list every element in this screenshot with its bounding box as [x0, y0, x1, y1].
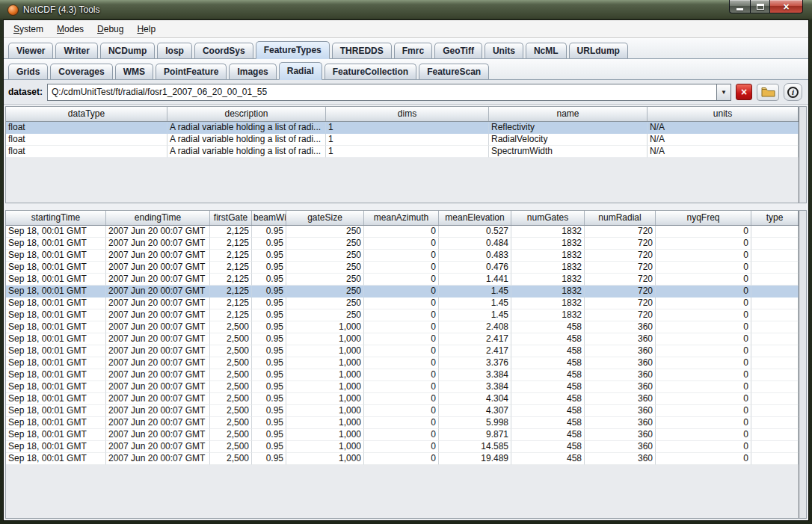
- column-header-endingtime[interactable]: endingTime: [106, 211, 210, 225]
- table-row[interactable]: Sep 18, 00:01 GMT2007 Jun 20 00:07 GMT2,…: [6, 357, 799, 369]
- maximize-button[interactable]: [750, 0, 770, 13]
- table-row[interactable]: Sep 18, 00:01 GMT2007 Jun 20 00:07 GMT2,…: [6, 417, 799, 429]
- dropdown-arrow-icon[interactable]: ▼: [716, 84, 731, 100]
- titlebar[interactable]: NetCDF (4.3) Tools ×: [3, 0, 809, 19]
- table-row[interactable]: Sep 18, 00:01 GMT2007 Jun 20 00:07 GMT2,…: [6, 393, 799, 405]
- column-header-numradial[interactable]: numRadial: [585, 211, 656, 225]
- table-row[interactable]: Sep 18, 00:01 GMT2007 Jun 20 00:07 GMT2,…: [6, 405, 799, 417]
- column-header-numgates[interactable]: numGates: [511, 211, 585, 225]
- tab-viewer[interactable]: Viewer: [8, 43, 53, 58]
- tab-radial[interactable]: Radial: [279, 62, 322, 80]
- column-header-beamwi[interactable]: beamWi...: [252, 211, 286, 225]
- table-cell: 2007 Jun 20 00:07 GMT: [106, 250, 210, 262]
- column-header-name[interactable]: name: [489, 107, 648, 121]
- table-cell: float: [6, 122, 167, 134]
- clear-dataset-button[interactable]: ×: [736, 84, 752, 100]
- table-row[interactable]: Sep 18, 00:01 GMT2007 Jun 20 00:07 GMT2,…: [6, 262, 799, 274]
- table-cell: [751, 238, 799, 250]
- table-cell: 0: [656, 381, 751, 393]
- column-header-startingtime[interactable]: startingTime: [6, 211, 106, 225]
- table-cell: SpectrumWidth: [489, 146, 648, 158]
- variables-panel: dataTypedescriptiondimsnameunitsfloatA r…: [5, 106, 807, 203]
- table-cell: 2,500: [210, 321, 252, 333]
- table-cell: Sep 18, 00:01 GMT: [6, 369, 106, 381]
- tab-images[interactable]: Images: [229, 64, 276, 79]
- tab-coordsys[interactable]: CoordSys: [194, 43, 253, 58]
- column-header-units[interactable]: units: [648, 107, 799, 121]
- table-cell: 1.45: [439, 309, 511, 321]
- split-divider[interactable]: [4, 203, 808, 209]
- tab-writer[interactable]: Writer: [55, 43, 97, 58]
- table-row[interactable]: Sep 18, 00:01 GMT2007 Jun 20 00:07 GMT2,…: [6, 453, 799, 465]
- tab-fmrc[interactable]: Fmrc: [394, 43, 432, 58]
- table-row[interactable]: Sep 18, 00:01 GMT2007 Jun 20 00:07 GMT2,…: [6, 369, 799, 381]
- sweeps-scrollbar[interactable]: [799, 211, 806, 518]
- dataset-label: dataset:: [8, 87, 43, 97]
- tab-coverages[interactable]: Coverages: [50, 64, 112, 79]
- tab-pointfeature[interactable]: PointFeature: [156, 64, 227, 79]
- tab-geotiff[interactable]: GeoTiff: [434, 43, 482, 58]
- table-row[interactable]: Sep 18, 00:01 GMT2007 Jun 20 00:07 GMT2,…: [6, 238, 799, 250]
- dataset-value[interactable]: Q:/cdmUnitTest/ft/radial/fosr1_2007_06_2…: [48, 87, 716, 97]
- column-header-gatesize[interactable]: gateSize: [286, 211, 364, 225]
- table-row[interactable]: floatA radial variable holding a list of…: [6, 134, 799, 146]
- table-row[interactable]: Sep 18, 00:01 GMT2007 Jun 20 00:07 GMT2,…: [6, 429, 799, 441]
- table-row[interactable]: floatA radial variable holding a list of…: [6, 146, 799, 158]
- column-header-description[interactable]: description: [167, 107, 326, 121]
- table-row[interactable]: Sep 18, 00:01 GMT2007 Jun 20 00:07 GMT2,…: [6, 226, 799, 238]
- table-cell: 0: [364, 369, 439, 381]
- tab-ncml[interactable]: NcML: [526, 43, 567, 58]
- table-row[interactable]: Sep 18, 00:01 GMT2007 Jun 20 00:07 GMT2,…: [6, 441, 799, 453]
- table-row[interactable]: Sep 18, 00:01 GMT2007 Jun 20 00:07 GMT2,…: [6, 345, 799, 357]
- table-cell: 0.95: [252, 369, 286, 381]
- menu-system[interactable]: System: [7, 22, 50, 37]
- table-cell: 4.307: [439, 405, 511, 417]
- table-cell: 14.585: [439, 441, 511, 453]
- table-row[interactable]: Sep 18, 00:01 GMT2007 Jun 20 00:07 GMT2,…: [6, 250, 799, 262]
- column-header-datatype[interactable]: dataType: [6, 107, 167, 121]
- tab-urldump[interactable]: URLdump: [569, 43, 628, 58]
- tab-featurescan[interactable]: FeatureScan: [419, 64, 489, 79]
- table-cell: 458: [511, 345, 585, 357]
- menu-modes[interactable]: Modes: [50, 22, 90, 37]
- table-cell: 0: [656, 369, 751, 381]
- table-cell: [751, 309, 799, 321]
- tab-ncdump[interactable]: NCDump: [100, 43, 155, 58]
- table-cell: 360: [585, 453, 656, 465]
- open-file-button[interactable]: [757, 84, 779, 101]
- menu-debug[interactable]: Debug: [90, 22, 130, 37]
- table-cell: Sep 18, 00:01 GMT: [6, 405, 106, 417]
- tab-wms[interactable]: WMS: [115, 64, 153, 79]
- dataset-combobox[interactable]: Q:/cdmUnitTest/ft/radial/fosr1_2007_06_2…: [47, 84, 731, 101]
- variables-scrollbar[interactable]: [799, 107, 806, 203]
- column-header-meanelevation[interactable]: meanElevation: [439, 211, 511, 225]
- table-row[interactable]: Sep 18, 00:01 GMT2007 Jun 20 00:07 GMT2,…: [6, 321, 799, 333]
- table-row[interactable]: Sep 18, 00:01 GMT2007 Jun 20 00:07 GMT2,…: [6, 286, 799, 298]
- tab-featurecollection[interactable]: FeatureCollection: [325, 64, 416, 79]
- table-cell: 0: [364, 226, 439, 238]
- table-cell: 250: [286, 262, 364, 274]
- table-row[interactable]: Sep 18, 00:01 GMT2007 Jun 20 00:07 GMT2,…: [6, 381, 799, 393]
- table-cell: 0.95: [252, 333, 286, 345]
- column-header-firstgate[interactable]: firstGate: [210, 211, 252, 225]
- tab-iosp[interactable]: Iosp: [157, 43, 192, 58]
- table-cell: 1,000: [286, 429, 364, 441]
- tab-units[interactable]: Units: [485, 43, 523, 58]
- tab-grids[interactable]: Grids: [8, 64, 48, 79]
- info-button[interactable]: i: [784, 83, 802, 101]
- column-header-dims[interactable]: dims: [326, 107, 489, 121]
- table-row[interactable]: floatA radial variable holding a list of…: [6, 122, 799, 134]
- table-row[interactable]: Sep 18, 00:01 GMT2007 Jun 20 00:07 GMT2,…: [6, 298, 799, 309]
- info-icon: i: [787, 87, 799, 98]
- table-row[interactable]: Sep 18, 00:01 GMT2007 Jun 20 00:07 GMT2,…: [6, 333, 799, 345]
- column-header-nyqfreq[interactable]: nyqFreq: [656, 211, 751, 225]
- column-header-meanazimuth[interactable]: meanAzimuth: [364, 211, 439, 225]
- tab-featuretypes[interactable]: FeatureTypes: [256, 41, 330, 59]
- close-button[interactable]: ×: [770, 0, 803, 13]
- tab-thredds[interactable]: THREDDS: [332, 43, 392, 58]
- table-row[interactable]: Sep 18, 00:01 GMT2007 Jun 20 00:07 GMT2,…: [6, 274, 799, 286]
- menu-help[interactable]: Help: [130, 22, 162, 37]
- minimize-button[interactable]: [729, 0, 750, 13]
- column-header-type[interactable]: type: [751, 211, 799, 225]
- table-row[interactable]: Sep 18, 00:01 GMT2007 Jun 20 00:07 GMT2,…: [6, 309, 799, 321]
